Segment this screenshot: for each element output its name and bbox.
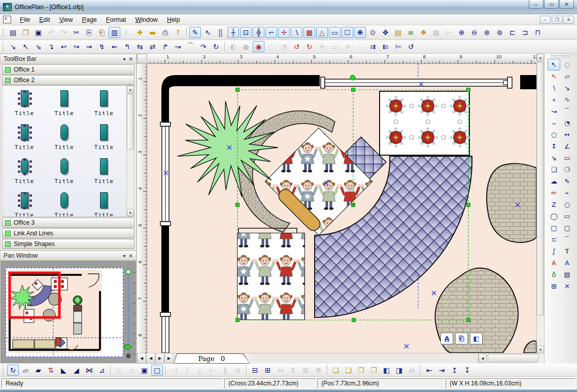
toolbox-group-button[interactable]: Link And Lines xyxy=(2,228,134,238)
pan-minimap[interactable] xyxy=(1,261,136,363)
squiggle-tool[interactable]: ∫ xyxy=(548,245,560,257)
triangle-tool-button[interactable]: △ xyxy=(316,27,328,38)
connector-corner-button[interactable]: ↱ xyxy=(159,41,171,52)
select-polygon-tool[interactable]: ▱ xyxy=(561,70,573,82)
delete-tool[interactable]: ✕ xyxy=(561,280,573,292)
dimension-diag-tool[interactable]: ⇘ xyxy=(548,152,560,164)
select-add-tool[interactable]: ⇖ xyxy=(548,70,560,82)
mirror-v-button[interactable]: ⊿ xyxy=(96,365,108,376)
bring-forward-button[interactable]: ❐ xyxy=(355,365,367,376)
align-top-button[interactable]: ⊤ xyxy=(181,365,193,376)
window-left-1[interactable] xyxy=(160,122,171,226)
arc-node-tool[interactable]: ⌒ xyxy=(561,105,573,117)
scissors-button[interactable]: ✄ xyxy=(392,41,404,52)
wall-stub-right[interactable] xyxy=(520,75,536,89)
table-tool[interactable]: ⊞ xyxy=(548,280,560,292)
zoom-find-button[interactable]: ⊙ xyxy=(367,27,379,38)
angle-tool[interactable]: ∠ xyxy=(561,140,573,152)
layers-button[interactable]: ≡ xyxy=(405,27,417,38)
wall-left-mid[interactable] xyxy=(161,226,169,312)
shape-union-button[interactable]: ● xyxy=(240,41,252,52)
arrow-line-tool[interactable]: ↘ xyxy=(561,82,573,94)
remove-page-button[interactable]: ▬ xyxy=(147,27,158,38)
wordart-tool[interactable]: A xyxy=(561,257,573,269)
panel-close-icon[interactable]: ✕ xyxy=(129,56,133,62)
connector-double-button[interactable]: ⇆ xyxy=(134,41,146,52)
rotate-ccw-button[interactable]: ↺ xyxy=(291,41,302,52)
rectangle-tool[interactable]: ▭ xyxy=(561,210,573,222)
toolbox-item[interactable]: Title xyxy=(84,192,124,217)
select-pointer-tool[interactable]: ↖ xyxy=(548,59,560,70)
undo-button[interactable]: ↶ xyxy=(45,27,57,38)
toolbox-group-button[interactable]: Office 2 xyxy=(2,75,134,85)
note-button[interactable]: ⎗ xyxy=(455,333,468,344)
zoom-window-button[interactable]: ⊛ xyxy=(481,27,493,38)
snap-grid-button[interactable]: ╬ xyxy=(253,27,264,38)
menu-item[interactable]: Format xyxy=(101,15,131,24)
mdi-close-button[interactable]: ✕ xyxy=(563,16,574,24)
toolbox-scrollbar[interactable]: ▲ ▼ xyxy=(126,86,134,217)
polygon-arrow-tool[interactable]: ⌁ xyxy=(561,187,573,199)
connector-step-button[interactable]: ⇝ xyxy=(83,41,95,52)
align-center-v-button[interactable]: ≎ xyxy=(232,365,244,376)
connector-node-button[interactable]: ↝ xyxy=(172,41,184,52)
ungroup-button[interactable]: ◨ xyxy=(393,365,405,376)
menu-item[interactable]: Edit xyxy=(35,15,55,24)
page-view-button[interactable]: ▥ xyxy=(109,27,120,38)
same-width-button[interactable]: ⊟ xyxy=(249,365,261,376)
align-center-h-button[interactable]: ∥ xyxy=(219,365,231,376)
toolbox-item[interactable]: Title xyxy=(44,124,84,151)
text-format-tool[interactable]: A xyxy=(548,257,560,269)
dimension-v-tool[interactable]: ↕ xyxy=(548,140,560,152)
extend-line-button[interactable]: ⇗ xyxy=(342,41,353,52)
horizontal-ruler[interactable]: 1234567891011 xyxy=(147,54,536,64)
pan-hand-button[interactable]: ✥ xyxy=(380,27,391,38)
lasso-button[interactable]: ↺ xyxy=(405,41,417,52)
scroll-left-icon[interactable]: ◀ xyxy=(479,354,487,363)
callout-cloud-tool[interactable]: ☁ xyxy=(548,175,560,187)
page-prev-button[interactable]: ◀ xyxy=(146,353,155,364)
connector-straight-button[interactable]: ↘ xyxy=(7,41,19,52)
cut-button[interactable]: ✂ xyxy=(71,27,82,38)
spline-tool[interactable]: ∿ xyxy=(561,94,573,105)
connector-bend-button[interactable]: ↰ xyxy=(121,41,133,52)
palette-button[interactable]: ❖ xyxy=(418,27,429,38)
mdi-minimize-button[interactable]: – xyxy=(540,16,551,24)
toolbox-item[interactable]: Title xyxy=(5,192,44,217)
frame-dash-button[interactable]: ▫ xyxy=(113,365,125,376)
curve-handle-tool[interactable]: ⌒ xyxy=(561,234,573,245)
toolbox-header[interactable]: ToolBox Bar ▾✕ xyxy=(1,54,136,64)
minimize-button[interactable]: – xyxy=(529,0,544,9)
align-left-button[interactable]: ⊣ xyxy=(168,365,180,376)
title-bar[interactable]: OfficePlan - [Office1.ofp] –▭✕ xyxy=(0,0,577,14)
line-tool[interactable]: ∖ xyxy=(548,82,560,94)
connector-arc-button[interactable]: ⌒ xyxy=(185,41,196,52)
lock-button[interactable]: ▣ xyxy=(139,365,150,376)
snap-cross-button[interactable]: ┼ xyxy=(227,27,239,38)
toolbox-item[interactable]: Title xyxy=(5,158,44,185)
connector-curve-button[interactable]: ↷ xyxy=(197,41,209,52)
snap-center-button[interactable]: ✛ xyxy=(278,27,290,38)
snap-handles-button[interactable]: ⊡ xyxy=(240,27,252,38)
align-right-button[interactable]: ⊢ xyxy=(207,365,218,376)
polyline-tool[interactable]: ↝ xyxy=(548,105,560,117)
group-button[interactable]: ◧ xyxy=(381,365,392,376)
fit-selection-button[interactable]: ⊏ xyxy=(506,27,518,38)
toolbar-grip[interactable] xyxy=(2,42,5,52)
nudge-right-button[interactable]: ⇥ xyxy=(436,365,448,376)
connector-arrow-button[interactable]: ⇘ xyxy=(32,41,44,52)
window-top[interactable] xyxy=(321,77,512,88)
shape-intersect-button[interactable]: ◉ xyxy=(253,41,264,52)
panel-menu-icon[interactable]: ▾ xyxy=(123,253,126,259)
menu-item[interactable]: Help xyxy=(162,15,185,24)
pan-window-header[interactable]: Pan Window ▾✕ xyxy=(1,251,136,261)
circle-tool[interactable]: ◯ xyxy=(548,210,560,222)
curve-line-button[interactable]: ⌣ xyxy=(354,41,366,52)
add-node-button[interactable]: ✛ xyxy=(316,41,328,52)
horizontal-scrollbar[interactable]: ◀ xyxy=(478,353,544,364)
fit-all-button[interactable]: ⊐ xyxy=(519,27,531,38)
close-button[interactable]: ✕ xyxy=(559,0,574,9)
shear-h-button[interactable]: ▱ xyxy=(20,365,31,376)
select-circle-tool[interactable]: ◌ xyxy=(561,59,573,70)
shape-trim-button[interactable]: ◔ xyxy=(278,41,290,52)
